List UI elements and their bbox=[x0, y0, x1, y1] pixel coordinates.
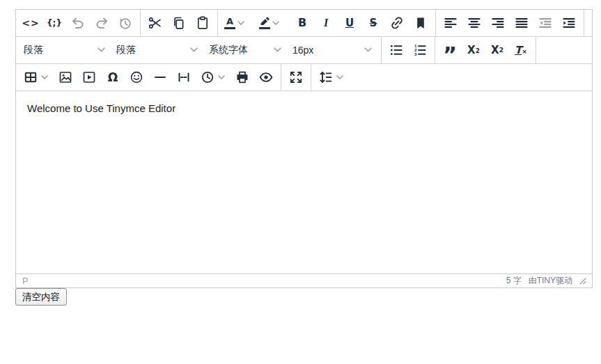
page-break-button[interactable] bbox=[172, 65, 196, 89]
text-color-icon: A bbox=[224, 17, 235, 29]
font-size-dropdown[interactable]: 16px bbox=[288, 38, 377, 62]
svg-text:3: 3 bbox=[414, 52, 417, 56]
emoticons-button[interactable] bbox=[125, 65, 148, 89]
text-color-button[interactable]: A bbox=[221, 11, 256, 35]
eye-icon bbox=[258, 69, 274, 86]
redo-icon bbox=[93, 15, 110, 31]
table-icon bbox=[22, 69, 39, 86]
toolbar-group-history: <> {;} bbox=[16, 10, 140, 36]
toolbar-divider bbox=[536, 37, 536, 63]
branding-link[interactable]: 由TINY驱动 bbox=[529, 275, 572, 287]
remove-format-button[interactable]: T× bbox=[509, 38, 533, 62]
align-left-icon bbox=[442, 15, 459, 31]
numbered-list-icon: 1 2 3 bbox=[412, 42, 428, 58]
content-paragraph[interactable]: Welcome to Use Tinymce Editor bbox=[27, 101, 581, 116]
preview-button[interactable] bbox=[254, 65, 278, 89]
toolbar-group-lists: 1 2 3 bbox=[382, 37, 435, 63]
toolbar-group-script: ” X2 X2 T× bbox=[435, 37, 536, 63]
indent-icon bbox=[561, 15, 577, 31]
strikethrough-icon: S bbox=[370, 18, 377, 29]
align-right-button[interactable] bbox=[486, 11, 510, 35]
resize-handle[interactable] bbox=[579, 278, 586, 285]
cut-button[interactable] bbox=[143, 11, 167, 35]
insert-media-button[interactable] bbox=[77, 65, 101, 89]
underline-icon: U bbox=[345, 18, 354, 29]
underline-button[interactable]: U bbox=[338, 11, 361, 35]
special-character-button[interactable]: Ω bbox=[101, 65, 125, 89]
media-icon bbox=[81, 69, 97, 86]
paste-icon bbox=[194, 15, 211, 31]
toolbar-divider bbox=[584, 10, 584, 36]
bookmark-icon bbox=[412, 15, 429, 31]
code-sample-icon: {;} bbox=[47, 19, 62, 27]
font-family-dropdown-label: 系统字体 bbox=[209, 44, 274, 56]
link-button[interactable] bbox=[385, 11, 409, 35]
chevron-down-icon bbox=[190, 47, 198, 53]
bold-button[interactable]: B bbox=[290, 11, 314, 35]
italic-icon: I bbox=[324, 17, 328, 29]
toolbar-group-dropdowns: 段落 段落 系统字体 16px bbox=[16, 37, 381, 63]
styles-dropdown[interactable]: 段落 bbox=[19, 38, 110, 62]
page: <> {;} bbox=[0, 0, 601, 364]
print-button[interactable] bbox=[231, 65, 254, 89]
restore-draft-button[interactable] bbox=[114, 11, 137, 35]
tinymce-editor: <> {;} bbox=[15, 9, 593, 288]
source-code-button[interactable]: <> bbox=[19, 11, 42, 35]
element-path[interactable]: P bbox=[22, 276, 28, 286]
background-color-button[interactable] bbox=[256, 11, 290, 35]
code-sample-button[interactable]: {;} bbox=[42, 11, 66, 35]
styles-dropdown-label: 段落 bbox=[24, 44, 97, 56]
editor-content-area[interactable]: Welcome to Use Tinymce Editor bbox=[16, 91, 592, 274]
toolbar-row-3: Ω bbox=[16, 64, 592, 91]
toolbar-group-formatting: A B I bbox=[218, 10, 435, 36]
word-count[interactable]: 5 字 bbox=[506, 275, 522, 287]
indent-button[interactable] bbox=[557, 11, 581, 35]
superscript-button[interactable]: X2 bbox=[485, 38, 509, 62]
anchor-button[interactable] bbox=[409, 11, 432, 35]
outdent-button[interactable] bbox=[533, 11, 557, 35]
strikethrough-button[interactable]: S bbox=[361, 11, 385, 35]
insert-datetime-button[interactable] bbox=[196, 65, 231, 89]
clear-content-button[interactable]: 清空内容 bbox=[15, 288, 67, 306]
bold-icon: B bbox=[298, 17, 306, 29]
undo-button[interactable] bbox=[66, 11, 90, 35]
copy-button[interactable] bbox=[167, 11, 191, 35]
page-break-icon bbox=[175, 69, 192, 86]
line-height-icon bbox=[318, 69, 334, 86]
bullet-list-button[interactable] bbox=[384, 38, 408, 62]
line-height-button[interactable] bbox=[314, 65, 349, 89]
image-icon bbox=[57, 69, 74, 86]
align-center-button[interactable] bbox=[462, 11, 486, 35]
italic-button[interactable]: I bbox=[314, 11, 338, 35]
font-size-dropdown-label: 16px bbox=[292, 45, 364, 56]
chevron-down-icon bbox=[41, 75, 48, 80]
subscript-button[interactable]: X2 bbox=[462, 38, 485, 62]
blockquote-button[interactable]: ” bbox=[438, 38, 462, 62]
outdent-icon bbox=[537, 15, 554, 31]
align-right-icon bbox=[490, 15, 506, 31]
status-bar: P 5 字 由TINY驱动 bbox=[16, 274, 592, 287]
align-justify-button[interactable] bbox=[510, 11, 533, 35]
align-left-button[interactable] bbox=[439, 11, 462, 35]
fullscreen-icon bbox=[288, 69, 304, 86]
horizontal-rule-button[interactable] bbox=[148, 65, 172, 89]
font-family-dropdown[interactable]: 系统字体 bbox=[204, 38, 286, 62]
horizontal-rule-icon bbox=[152, 69, 169, 86]
blocks-dropdown[interactable]: 段落 bbox=[111, 38, 203, 62]
print-icon bbox=[234, 69, 251, 86]
paste-button[interactable] bbox=[191, 11, 214, 35]
chevron-down-icon bbox=[274, 47, 281, 53]
resize-grip-icon bbox=[579, 278, 586, 285]
toolbar-group-clipboard bbox=[141, 10, 217, 36]
superscript-icon: X2 bbox=[491, 45, 504, 56]
bullet-list-icon bbox=[388, 42, 405, 58]
insert-image-button[interactable] bbox=[54, 65, 77, 89]
align-justify-icon bbox=[513, 15, 530, 31]
fullscreen-button[interactable] bbox=[284, 65, 308, 89]
numbered-list-button[interactable]: 1 2 3 bbox=[408, 38, 432, 62]
remove-format-icon: T× bbox=[515, 45, 527, 56]
table-button[interactable] bbox=[19, 65, 54, 89]
restore-draft-icon bbox=[117, 15, 134, 31]
redo-button[interactable] bbox=[90, 11, 114, 35]
blocks-dropdown-label: 段落 bbox=[116, 44, 190, 56]
